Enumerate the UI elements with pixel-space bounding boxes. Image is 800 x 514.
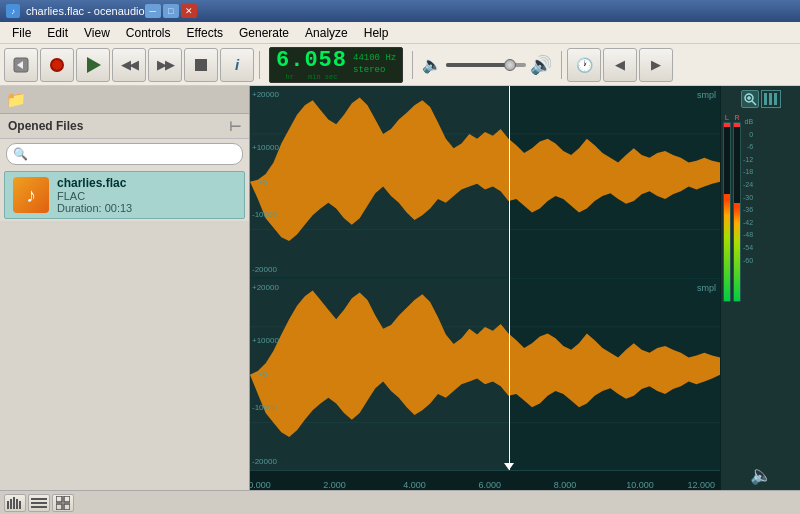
waveform-container[interactable]: smpl +20000 +10000 +0 -10000 -20000: [250, 86, 720, 490]
volume-knob[interactable]: [504, 59, 516, 71]
minimize-button[interactable]: ─: [145, 4, 161, 18]
svg-line-11: [752, 101, 756, 105]
vu-l-peak: L: [725, 114, 729, 121]
time-display: 6.058 hr min sec 44100 Hz stereo: [269, 47, 403, 83]
vu-r-column: R: [733, 114, 741, 302]
search-input[interactable]: [6, 143, 243, 165]
waveform-canvas-area: smpl +20000 +10000 +0 -10000 -20000: [250, 86, 720, 470]
status-bar: [0, 490, 800, 514]
tb-btn-prev[interactable]: ◀: [603, 48, 637, 82]
tb-btn-stop[interactable]: [184, 48, 218, 82]
ruler-mark-2: 2.000: [323, 480, 346, 490]
app-icon: ♪: [6, 4, 20, 18]
files-empty-area: [0, 221, 249, 490]
folder-icon[interactable]: 📁: [6, 90, 26, 109]
ruler-mark-8: 8.000: [554, 480, 577, 490]
svg-rect-23: [64, 496, 70, 502]
svg-rect-14: [7, 501, 9, 509]
channels: stereo: [353, 65, 396, 77]
wave-y-label-bot2: -20000: [252, 457, 277, 466]
volume-min-icon: 🔈: [422, 55, 442, 74]
title-bar: ♪ charlies.flac - ocenaudio ─ □ ✕: [0, 0, 800, 22]
wave-y-label-bot1: -20000: [252, 265, 277, 274]
db-label-18: -18: [743, 166, 753, 179]
tb-btn-rewind[interactable]: ◀◀: [112, 48, 146, 82]
waveform-svg-1: [250, 86, 720, 278]
db-label-0: 0: [743, 129, 753, 142]
svg-rect-22: [56, 496, 62, 502]
view-grid-button[interactable]: [52, 494, 74, 512]
menu-bar: File Edit View Controls Effects Generate…: [0, 22, 800, 44]
tb-btn-clock[interactable]: 🕐: [567, 48, 601, 82]
menu-file[interactable]: File: [4, 22, 39, 44]
db-label-42: -42: [743, 217, 753, 230]
menu-help[interactable]: Help: [356, 22, 397, 44]
time-value: 6.058: [276, 48, 347, 73]
wave-y-label-zero2: +0: [258, 370, 267, 379]
panel-collapse-icon[interactable]: ⊢: [229, 118, 241, 134]
vu-r-bar-container: [733, 122, 741, 302]
tb-btn-info[interactable]: i: [220, 48, 254, 82]
search-box: 🔍: [6, 143, 243, 165]
time-labels: hr min sec: [286, 73, 338, 81]
menu-edit[interactable]: Edit: [39, 22, 76, 44]
channel-bar-3: [774, 93, 777, 105]
menu-analyze[interactable]: Analyze: [297, 22, 356, 44]
db-label-30: -30: [743, 192, 753, 205]
db-label-6: -6: [743, 141, 753, 154]
maximize-button[interactable]: □: [163, 4, 179, 18]
wave-y-label-top2: +20000: [252, 283, 279, 292]
svg-rect-15: [10, 499, 12, 509]
zoom-in-button[interactable]: [741, 90, 759, 108]
db-label-60: -60: [743, 255, 753, 268]
db-label-48: -48: [743, 229, 753, 242]
sample-rate: 44100 Hz: [353, 53, 396, 65]
zoom-controls: [741, 90, 781, 108]
ruler-mark-12: 12.000: [687, 480, 715, 490]
tb-btn-record[interactable]: [40, 48, 74, 82]
forward-icon: ▶▶: [157, 57, 173, 72]
title-bar-text: charlies.flac - ocenaudio: [26, 5, 145, 17]
tb-btn-next[interactable]: ▶: [639, 48, 673, 82]
tb-btn-back[interactable]: [4, 48, 38, 82]
volume-slider[interactable]: [446, 63, 526, 67]
vu-panel: L R dB 0 -6 -12 -18: [720, 86, 800, 490]
vu-l-bar-container: [723, 122, 731, 302]
db-label-header: dB: [743, 116, 753, 129]
volume-fill: [446, 63, 506, 67]
menu-generate[interactable]: Generate: [231, 22, 297, 44]
close-button[interactable]: ✕: [181, 4, 197, 18]
svg-rect-25: [64, 504, 70, 510]
toolbar-separator: [259, 51, 260, 79]
file-item[interactable]: ♪ charlies.flac FLAC Duration: 00:13: [4, 171, 245, 219]
view-waveform-button[interactable]: [4, 494, 26, 512]
toolbar-separator-2: [412, 51, 413, 79]
tb-btn-play[interactable]: [76, 48, 110, 82]
rewind-icon: ◀◀: [121, 57, 137, 72]
wave-y-label-top1: +20000: [252, 90, 279, 99]
music-note-icon: ♪: [26, 184, 36, 207]
waveform-channel-1: smpl +20000 +10000 +0 -10000 -20000: [250, 86, 720, 279]
db-label-36: -36: [743, 204, 753, 217]
svg-rect-18: [19, 501, 21, 509]
waveform-view-icon: [7, 497, 23, 509]
view-list-button[interactable]: [28, 494, 50, 512]
wave-label-1: smpl: [697, 90, 716, 100]
back-icon: [12, 56, 30, 74]
tb-btn-forward[interactable]: ▶▶: [148, 48, 182, 82]
channel-bars: [764, 93, 777, 105]
menu-effects[interactable]: Effects: [179, 22, 231, 44]
grid-view-icon: [56, 496, 70, 510]
volume-control: 🔈 🔊: [422, 54, 552, 76]
ruler-mark-10: 10.000: [626, 480, 654, 490]
vu-r-fill: [734, 203, 740, 301]
toolbar-separator-3: [561, 51, 562, 79]
toolbar: ◀◀ ▶▶ i 6.058 hr min sec 44100 Hz stereo…: [0, 44, 800, 86]
vu-area: L R dB 0 -6 -12 -18: [721, 112, 800, 302]
db-label-24: -24: [743, 179, 753, 192]
vu-l-peak-indicator: [724, 123, 730, 127]
menu-controls[interactable]: Controls: [118, 22, 179, 44]
clock-icon: 🕐: [576, 57, 593, 73]
wave-y-label-mid-top2: +10000: [252, 336, 279, 345]
menu-view[interactable]: View: [76, 22, 118, 44]
